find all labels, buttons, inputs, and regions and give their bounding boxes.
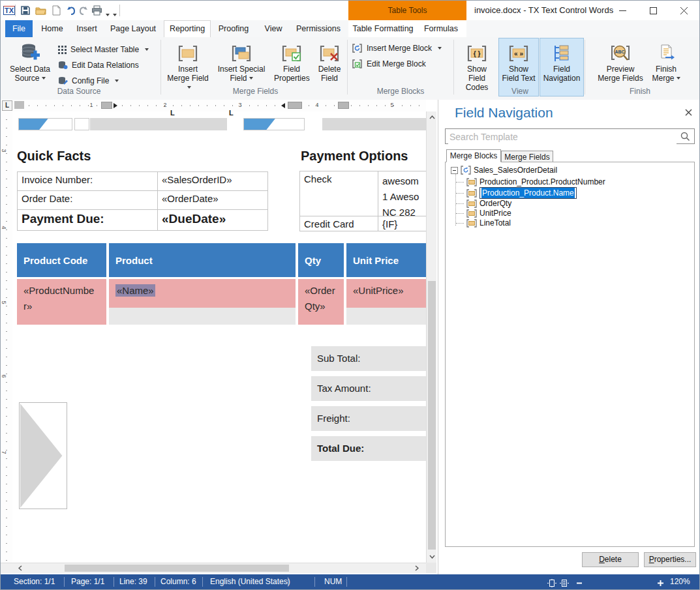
- panel-close-button[interactable]: [682, 106, 695, 119]
- product-table-header: Product Code Product Qty Unit Price: [17, 243, 426, 277]
- tab-stop-marker[interactable]: L: [170, 110, 175, 116]
- quick-facts-table: Invoice Number: «SalesOrderID» Order Dat…: [17, 172, 268, 231]
- scroll-right-button[interactable]: [412, 563, 422, 573]
- separator: [114, 577, 114, 587]
- scroll-up-button[interactable]: [427, 113, 437, 122]
- tab-merge-blocks[interactable]: Merge Blocks: [446, 149, 501, 162]
- tab-insert[interactable]: Insert: [74, 20, 100, 37]
- document-page[interactable]: Quick Facts Payment Options Invoice Numb…: [12, 111, 426, 563]
- tab-table-formatting[interactable]: Table Formatting: [352, 20, 414, 37]
- product-name-field[interactable]: «Name»: [115, 283, 292, 299]
- indent-marker[interactable]: [101, 102, 112, 109]
- fit-width-button[interactable]: [560, 578, 569, 587]
- tab-selector-button[interactable]: L: [2, 100, 12, 111]
- tab-stop-marker[interactable]: L: [229, 110, 234, 116]
- status-column[interactable]: Column: 6: [160, 574, 196, 589]
- indent-marker[interactable]: [338, 102, 349, 109]
- collapse-icon[interactable]: [451, 167, 458, 174]
- edit-data-relations-label: Edit Data Relations: [72, 61, 139, 70]
- zoom-in-button[interactable]: [657, 578, 664, 587]
- separator: [119, 5, 120, 16]
- status-section[interactable]: Section: 1/1: [14, 574, 55, 589]
- vertical-scrollbar[interactable]: [426, 111, 436, 563]
- tree-item-product-name[interactable]: Production_Product.Name: [456, 187, 577, 199]
- horizontal-scroll-thumb[interactable]: [65, 565, 289, 572]
- order-date-field[interactable]: «OrderDate»: [157, 191, 267, 209]
- selected-merge-field[interactable]: «Name»: [115, 284, 155, 297]
- order-qty-field[interactable]: «OrderQty»: [305, 283, 340, 314]
- tree-item-unit-price[interactable]: UnitPrice: [456, 209, 511, 218]
- merge-field-icon: [466, 209, 477, 218]
- fit-page-button[interactable]: [547, 578, 556, 587]
- check-address: awesom 1 Aweso NC 282: [378, 171, 426, 216]
- open-button[interactable]: [33, 3, 48, 18]
- due-date-field[interactable]: «DueDate»: [157, 210, 267, 230]
- tab-page-layout[interactable]: Page Layout: [107, 20, 159, 37]
- new-document-button[interactable]: [49, 3, 63, 18]
- tab-reporting[interactable]: Reporting: [164, 20, 211, 38]
- insert-merge-block-button[interactable]: Insert Merge Block: [352, 41, 442, 55]
- tab-file[interactable]: File: [5, 20, 33, 37]
- chevron-down-icon: [429, 555, 435, 559]
- tab-proofing[interactable]: Proofing: [215, 20, 252, 37]
- unit-price-field[interactable]: «UnitPrice»: [353, 283, 425, 299]
- save-button[interactable]: [18, 3, 33, 18]
- qat-customize-arrow-icon[interactable]: [111, 8, 117, 20]
- status-line[interactable]: Line: 39: [119, 574, 147, 589]
- tab-view[interactable]: View: [261, 20, 286, 37]
- horizontal-ruler[interactable]: 1 2 3 4 5: [12, 100, 426, 112]
- ribbon: Select Data Source Select Master Table E…: [1, 37, 699, 100]
- properties-button[interactable]: Properties...: [644, 552, 696, 567]
- tree-item-rename-input[interactable]: Production_Product.Name: [479, 187, 577, 199]
- dropdown-arrow-icon: [145, 48, 149, 51]
- if-field[interactable]: {IF}: [378, 216, 426, 231]
- status-language[interactable]: English (United States): [210, 574, 290, 589]
- ruler-number: 3: [238, 102, 241, 108]
- select-master-table-button[interactable]: Select Master Table: [58, 42, 149, 57]
- separator: [346, 577, 347, 587]
- print-dropdown-arrow-icon[interactable]: [104, 8, 110, 20]
- search-button[interactable]: [677, 130, 693, 143]
- select-master-table-label: Select Master Table: [70, 45, 139, 54]
- tab-permissions[interactable]: Permissions: [293, 20, 344, 37]
- config-file-button[interactable]: Config File: [58, 74, 119, 88]
- left-margin-marker[interactable]: [14, 101, 24, 109]
- minimize-button[interactable]: [613, 3, 632, 18]
- tab-home[interactable]: Home: [38, 20, 66, 37]
- field-navigation-icon: [552, 44, 571, 63]
- vertical-scroll-thumb[interactable]: [428, 281, 436, 550]
- zoom-level[interactable]: 120%: [670, 574, 690, 589]
- column-header-product: Product: [109, 243, 296, 277]
- scroll-down-button[interactable]: [427, 552, 437, 561]
- edit-merge-block-button[interactable]: Edit Merge Block: [352, 57, 426, 71]
- tab-formulas[interactable]: Formulas: [422, 20, 460, 37]
- horizontal-scrollbar[interactable]: [1, 563, 426, 573]
- edit-data-relations-button[interactable]: Edit Data Relations: [58, 58, 139, 72]
- indent-marker[interactable]: [288, 102, 302, 109]
- zoom-out-button[interactable]: [576, 578, 583, 587]
- tree-item-root[interactable]: Sales_SalesOrderDetail: [451, 166, 557, 175]
- scroll-left-button[interactable]: [15, 563, 25, 573]
- tree-item-product-number[interactable]: Production_Product.ProductNumber: [456, 177, 605, 186]
- braces-glyph: { }: [474, 50, 481, 57]
- vertical-ruler[interactable]: 3 4 5 6 7: [1, 111, 13, 563]
- save-icon: [20, 5, 31, 16]
- print-button[interactable]: [89, 3, 104, 18]
- panel-title: Field Navigation: [455, 105, 553, 121]
- tree-item-line-total[interactable]: LineTotal: [456, 218, 511, 228]
- product-number-field[interactable]: «ProductNumber»: [23, 283, 102, 314]
- edit-merge-block-icon: [352, 59, 363, 69]
- app-logo-button[interactable]: TX: [2, 3, 16, 18]
- maximize-button[interactable]: [643, 3, 663, 18]
- tree-item-order-qty[interactable]: OrderQty: [456, 199, 511, 208]
- right-arrow-marker[interactable]: [114, 103, 117, 108]
- sales-order-id-field[interactable]: «SalesOrderID»: [157, 172, 267, 190]
- search-input[interactable]: [448, 130, 677, 144]
- status-page[interactable]: Page: 1/1: [71, 574, 104, 589]
- left-arrow-marker[interactable]: [281, 103, 285, 108]
- close-button[interactable]: [674, 3, 693, 18]
- group-label-merge-blocks: Merge Blocks: [349, 87, 452, 96]
- delete-button[interactable]: Delete: [582, 552, 639, 567]
- dropdown-arrow-icon: [115, 80, 119, 82]
- redo-button[interactable]: [76, 3, 91, 18]
